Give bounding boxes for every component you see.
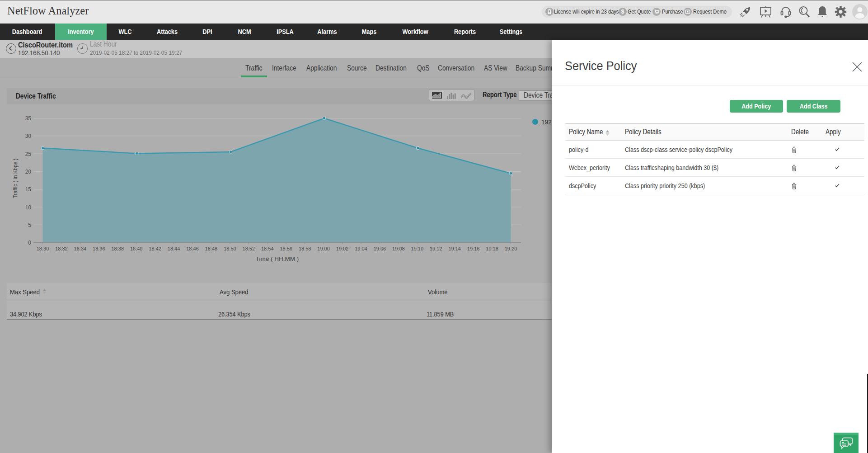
svg-text:18:48: 18:48 — [205, 246, 218, 251]
svg-text:15: 15 — [25, 186, 32, 193]
svg-text:18:54: 18:54 — [261, 246, 274, 251]
svg-text:19:06: 19:06 — [374, 246, 386, 251]
svg-text:18:34: 18:34 — [74, 246, 87, 251]
svg-text:10: 10 — [25, 204, 32, 211]
svg-text:19:18: 19:18 — [486, 246, 498, 251]
svg-text:25: 25 — [25, 151, 32, 157]
svg-text:19:14: 19:14 — [448, 246, 461, 251]
svg-text:19:20: 19:20 — [505, 246, 517, 251]
svg-text:0: 0 — [28, 240, 31, 246]
svg-text:18:58: 18:58 — [299, 246, 311, 251]
svg-text:18:30: 18:30 — [37, 246, 49, 251]
svg-text:35: 35 — [25, 115, 32, 122]
svg-text:19:00: 19:00 — [317, 246, 330, 251]
svg-text:Time ( HH:MM ): Time ( HH:MM ) — [256, 255, 299, 262]
svg-text:18:42: 18:42 — [149, 246, 161, 251]
svg-text:18:46: 18:46 — [186, 246, 199, 251]
svg-text:20: 20 — [25, 169, 32, 175]
svg-text:30: 30 — [25, 133, 32, 139]
svg-text:18:38: 18:38 — [111, 246, 124, 251]
svg-text:5: 5 — [28, 222, 31, 228]
svg-text:19:04: 19:04 — [355, 246, 367, 251]
svg-text:19:08: 19:08 — [392, 246, 405, 251]
svg-text:18:56: 18:56 — [280, 246, 292, 251]
svg-text:Traffic ( in Kbps ): Traffic ( in Kbps ) — [12, 159, 19, 198]
svg-text:18:40: 18:40 — [130, 246, 143, 251]
svg-text:19:12: 19:12 — [430, 246, 442, 251]
svg-text:19:02: 19:02 — [336, 246, 349, 251]
svg-text:18:50: 18:50 — [224, 246, 236, 251]
svg-text:18:32: 18:32 — [55, 246, 68, 251]
svg-text:18:52: 18:52 — [243, 246, 255, 251]
svg-text:18:36: 18:36 — [93, 246, 105, 251]
svg-text:18:44: 18:44 — [168, 246, 180, 251]
svg-text:19:16: 19:16 — [467, 246, 480, 251]
svg-text:19:10: 19:10 — [411, 246, 424, 251]
